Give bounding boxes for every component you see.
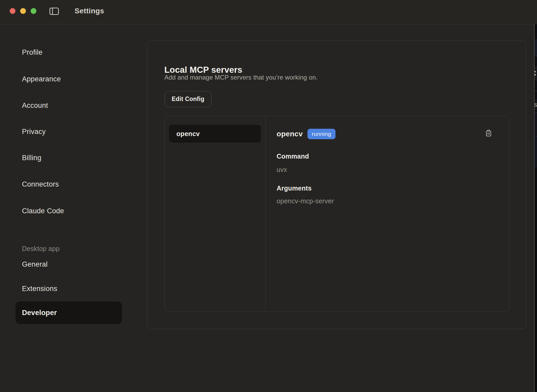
occluded-row: C: [535, 66, 537, 81]
sidebar-item-appearance[interactable]: Appearance: [22, 74, 61, 84]
command-value: uvx: [277, 166, 287, 173]
trash-icon: [485, 129, 492, 137]
panel-divider: [265, 116, 266, 311]
status-badge: running: [307, 129, 336, 139]
occluded-text-fragment: es: [535, 99, 537, 110]
sidebar-section-desktop-app: Desktop app: [22, 244, 60, 253]
sidebar-item-claude-code[interactable]: Claude Code: [22, 206, 64, 216]
occluded-background-window: C es: [535, 24, 537, 392]
server-list-item-label: opencv: [176, 125, 200, 143]
occluded-row: [535, 137, 537, 167]
occluded-row: [535, 113, 537, 136]
close-icon[interactable]: [10, 8, 15, 14]
occluded-row: [535, 167, 537, 392]
page-title: Local MCP servers: [164, 65, 242, 75]
page-subtitle: Add and manage MCP servers that you’re w…: [164, 74, 318, 81]
sidebar-item-connectors[interactable]: Connectors: [22, 180, 59, 189]
window-title: Settings: [75, 7, 104, 15]
command-label: Command: [277, 153, 309, 160]
occluded-text-fragment: C: [535, 66, 537, 81]
occluded-row: [535, 39, 537, 56]
occluded-row: es: [535, 99, 537, 110]
servers-panel: opencv opencv running Command uvx Argume…: [164, 116, 509, 312]
sidebar-toggle-icon: [49, 8, 59, 15]
local-mcp-servers-card: Local MCP servers Add and manage MCP ser…: [147, 40, 526, 329]
sidebar-item-account[interactable]: Account: [22, 101, 48, 110]
titlebar: Settings: [0, 0, 537, 24]
occluded-divider: [535, 91, 537, 91]
sidebar-item-extensions[interactable]: Extensions: [22, 284, 57, 293]
sidebar-item-general[interactable]: General: [22, 260, 48, 269]
server-name: opencv: [277, 130, 303, 138]
sidebar-item-developer-label: Developer: [22, 301, 57, 324]
settings-window: Settings Profile Appearance Account Priv…: [0, 0, 537, 392]
sidebar-toggle-button[interactable]: [49, 8, 59, 15]
minimize-icon[interactable]: [20, 8, 26, 14]
arguments-label: Arguments: [277, 185, 312, 192]
maximize-icon[interactable]: [31, 8, 36, 14]
sidebar-item-billing[interactable]: Billing: [22, 153, 41, 163]
arguments-value: opencv-mcp-server: [277, 198, 334, 204]
delete-server-button[interactable]: [485, 128, 494, 138]
sidebar-item-developer[interactable]: Developer: [15, 301, 122, 324]
edit-config-button[interactable]: Edit Config: [165, 91, 211, 107]
server-detail-header: opencv running: [277, 128, 335, 140]
server-list-item-opencv[interactable]: opencv: [169, 125, 261, 143]
occluded-divider: [535, 56, 537, 56]
sidebar-item-privacy[interactable]: Privacy: [22, 127, 46, 136]
sidebar-item-profile[interactable]: Profile: [22, 48, 43, 57]
